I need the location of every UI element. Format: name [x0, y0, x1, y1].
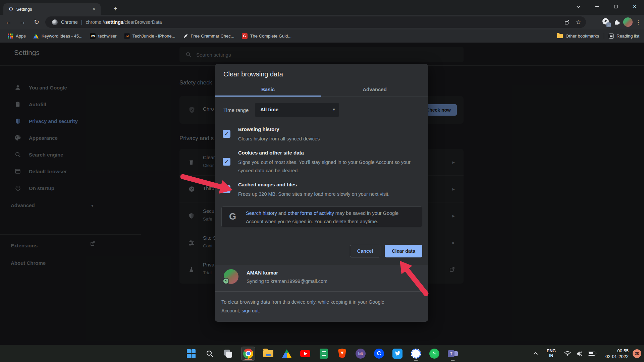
back-button[interactable]: ← [3, 16, 14, 28]
site-info-icon[interactable] [52, 19, 58, 25]
tab-basic[interactable]: Basic [215, 83, 321, 96]
bookmark-label: Apps [16, 34, 26, 39]
checkbox-desc: Signs you out of most sites. You'll stay… [238, 158, 422, 175]
quill-icon [183, 34, 188, 39]
url-separator: | [81, 19, 83, 25]
bookmark-star-icon[interactable]: ☆ [574, 18, 583, 26]
profile-avatar[interactable] [623, 17, 633, 27]
language-indicator[interactable]: ENG IN [547, 349, 556, 359]
checkbox-desc: Frees up 320 MB. Some sites may load mor… [238, 190, 423, 198]
bookmark-apps[interactable]: Apps [7, 33, 26, 39]
dialog-title: Clear browsing data [223, 70, 283, 78]
browser-menu-icon[interactable]: ⋮ [635, 19, 642, 25]
time-range-select[interactable]: All time ▾ [255, 103, 339, 117]
window-controls: × [569, 0, 644, 13]
start-button[interactable] [186, 348, 197, 359]
divider [215, 291, 428, 292]
notification-badge[interactable]: 20 [633, 349, 641, 358]
extension-badge: ... [606, 22, 611, 27]
bookmark-grammar-check[interactable]: Free Grammar Chec... [183, 34, 234, 39]
language-line2: IN [547, 354, 556, 359]
bookmark-techjunkie[interactable]: TJ TechJunkie - iPhone... [124, 33, 175, 39]
bookmark-label: The Complete Guid... [250, 34, 292, 39]
tab-advanced[interactable]: Advanced [321, 83, 428, 96]
url-host: settings [105, 19, 123, 25]
battery-icon[interactable] [588, 352, 596, 356]
bit-icon[interactable]: bit [355, 348, 366, 359]
guide-icon: G [242, 33, 248, 39]
tray-chevron-up-icon[interactable] [533, 352, 538, 355]
tray-date: 02-01-2022 [605, 354, 629, 359]
checkbox-cookies[interactable]: ✓ [223, 158, 230, 166]
browser-tab-settings[interactable]: ⚙ Settings × [3, 3, 101, 15]
reading-list-icon [609, 34, 614, 39]
close-button[interactable]: × [625, 0, 644, 13]
tab-close-icon[interactable]: × [91, 6, 97, 12]
checkbox-label: Cached images and files [238, 182, 297, 187]
bookmarks-bar: Apps Keyword ideas - 45... TW techwiser … [0, 29, 644, 43]
apps-grid-icon [7, 33, 13, 39]
extension-gauge-icon[interactable]: ... [602, 18, 610, 26]
brave-icon[interactable] [337, 348, 347, 359]
bookmark-keyword-ideas[interactable]: Keyword ideas - 45... [33, 33, 83, 39]
whatsapp-icon[interactable] [429, 348, 440, 359]
account-avatar: ↻ [224, 269, 238, 284]
reading-list[interactable]: Reading list [609, 34, 639, 39]
taskbar: bit C T ENG IN [0, 345, 644, 362]
minimize-button[interactable] [588, 0, 606, 13]
checkbox-label: Cookies and other site data [238, 150, 304, 156]
other-bookmarks[interactable]: Other bookmarks [557, 34, 599, 39]
tab-strip: ⚙ Settings × + × [0, 0, 644, 15]
bookmark-complete-guide[interactable]: G The Complete Guid... [242, 33, 292, 39]
youtube-icon[interactable] [300, 348, 311, 359]
tab-search-icon[interactable] [569, 0, 588, 13]
other-bookmarks-label: Other bookmarks [566, 34, 599, 39]
browser-toolbar: ← → ↻ Chrome | chrome:// settings /clear… [0, 15, 644, 29]
bookmark-label: techwiser [98, 34, 117, 39]
clock[interactable]: 00:55 02-01-2022 [605, 348, 629, 359]
new-tab-button[interactable]: + [111, 4, 120, 14]
search-history-link[interactable]: Search history [246, 210, 277, 216]
sign-out-link[interactable]: sign out [241, 308, 259, 313]
taskbar-chrome-icon[interactable] [241, 347, 255, 361]
footer-text: . [259, 308, 260, 313]
task-view-icon[interactable] [223, 348, 233, 359]
cancel-button[interactable]: Cancel [350, 245, 380, 257]
bookmark-label: Free Grammar Chec... [191, 34, 234, 39]
checkbox-cached-images[interactable]: ✓ [223, 185, 230, 193]
coinbase-icon[interactable]: C [374, 348, 384, 359]
time-range-label: Time range [223, 107, 249, 113]
forward-button[interactable]: → [17, 16, 28, 28]
google-drive-icon[interactable] [281, 348, 292, 359]
maximize-button[interactable] [606, 0, 625, 13]
bookmark-techwiser[interactable]: TW techwiser [90, 33, 117, 39]
google-sheets-icon[interactable] [318, 348, 329, 359]
checkbox-browsing-history[interactable]: ✓ [223, 130, 230, 138]
clear-data-button[interactable]: Clear data [385, 245, 422, 257]
wifi-icon[interactable] [564, 351, 571, 357]
volume-icon[interactable] [576, 351, 583, 357]
file-explorer-icon[interactable] [263, 348, 274, 359]
chevron-down-icon: ▾ [333, 107, 335, 112]
share-icon[interactable] [562, 18, 571, 26]
screen: ⚙ Settings × + × ← → ↻ Chrome | chrome:/… [0, 0, 644, 362]
other-activity-link[interactable]: other forms of activity [288, 210, 334, 216]
time-range-value: All time [260, 107, 278, 112]
teams-icon[interactable]: T [447, 348, 458, 359]
ads-triangle-icon [33, 33, 39, 39]
taskbar-search-icon[interactable] [204, 348, 215, 359]
extensions-puzzle-icon[interactable] [612, 18, 621, 26]
url-product: Chrome [61, 19, 78, 25]
signal-icon[interactable] [411, 348, 421, 359]
account-sync-status: Syncing to kraman19999@gmail.com [247, 279, 327, 284]
checkbox-label: Browsing history [238, 126, 279, 132]
address-bar[interactable]: Chrome | chrome:// settings /clearBrowse… [45, 16, 586, 28]
divider [215, 97, 428, 97]
sync-badge-icon: ↻ [223, 278, 229, 284]
url-scheme: chrome:// [86, 19, 105, 25]
reading-list-label: Reading list [616, 34, 639, 39]
reload-button[interactable]: ↻ [31, 16, 42, 28]
dialog-footer-note: To clear browsing data from this device … [221, 298, 404, 315]
twitter-icon[interactable] [392, 348, 403, 359]
divider [604, 33, 604, 39]
